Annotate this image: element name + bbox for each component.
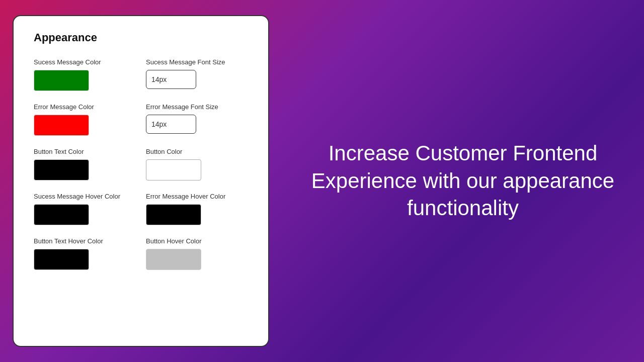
- success-message-color-group: Sucess Message Color: [34, 58, 136, 91]
- error-message-font-size-group: Error Message Font Size: [146, 103, 248, 136]
- left-panel: Appearance Sucess Message Color Sucess M…: [0, 0, 282, 362]
- button-color-label: Button Color: [146, 148, 248, 155]
- button-hover-color-swatch[interactable]: [146, 249, 201, 270]
- error-message-font-size-label: Error Message Font Size: [146, 103, 248, 111]
- tagline-line2: Experience with our appearance: [311, 169, 614, 193]
- button-text-hover-color-swatch[interactable]: [34, 249, 89, 270]
- button-text-color-label: Button Text Color: [34, 148, 136, 155]
- button-color-group: Button Color: [146, 148, 248, 180]
- error-message-hover-color-group: Error Message Hover Color: [146, 193, 248, 225]
- card-title: Appearance: [34, 31, 248, 44]
- success-message-hover-color-group: Sucess Message Hover Color: [34, 193, 136, 225]
- fields-grid: Sucess Message Color Sucess Message Font…: [34, 58, 248, 270]
- right-panel: Increase Customer Frontend Experience wi…: [282, 0, 644, 362]
- button-color-swatch[interactable]: [146, 159, 201, 180]
- success-message-hover-color-label: Sucess Message Hover Color: [34, 193, 136, 200]
- button-text-color-swatch[interactable]: [34, 159, 89, 180]
- success-message-color-label: Sucess Message Color: [34, 58, 136, 66]
- error-message-color-swatch[interactable]: [34, 115, 89, 136]
- button-text-hover-color-label: Button Text Hover Color: [34, 237, 136, 245]
- appearance-card: Appearance Sucess Message Color Sucess M…: [13, 15, 269, 347]
- tagline: Increase Customer Frontend Experience wi…: [311, 140, 614, 222]
- tagline-line1: Increase Customer Frontend: [329, 141, 598, 165]
- error-message-hover-color-swatch[interactable]: [146, 204, 201, 225]
- error-message-hover-color-label: Error Message Hover Color: [146, 193, 248, 200]
- success-message-color-swatch[interactable]: [34, 70, 89, 91]
- tagline-line3: functionality: [407, 196, 519, 220]
- success-message-hover-color-swatch[interactable]: [34, 204, 89, 225]
- button-hover-color-group: Button Hover Color: [146, 237, 248, 270]
- error-message-font-size-input[interactable]: [146, 115, 196, 134]
- button-hover-color-label: Button Hover Color: [146, 237, 248, 245]
- success-message-font-size-input[interactable]: [146, 70, 196, 89]
- success-message-font-size-label: Sucess Message Font Size: [146, 58, 248, 66]
- success-message-font-size-group: Sucess Message Font Size: [146, 58, 248, 91]
- button-text-color-group: Button Text Color: [34, 148, 136, 180]
- error-message-color-group: Error Message Color: [34, 103, 136, 136]
- error-message-color-label: Error Message Color: [34, 103, 136, 111]
- button-text-hover-color-group: Button Text Hover Color: [34, 237, 136, 270]
